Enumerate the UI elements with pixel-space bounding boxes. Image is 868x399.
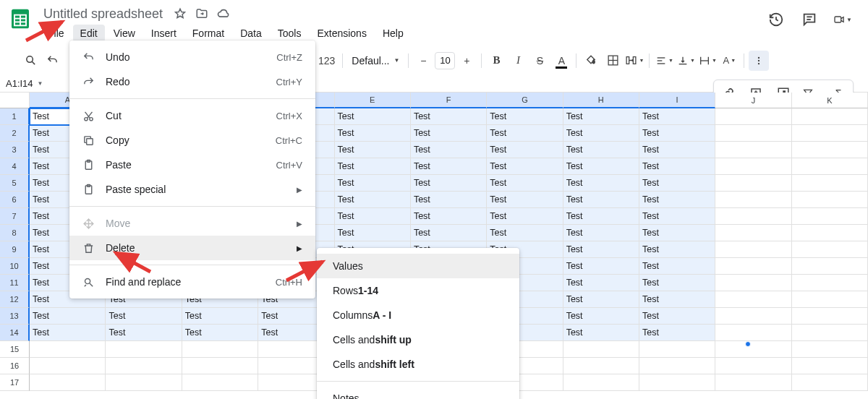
cell[interactable] [563,358,639,374]
row-header[interactable]: 10 [0,258,30,275]
submenu-item-shift-left[interactable]: Cells and shift left [317,352,519,377]
cell[interactable]: Test [563,291,639,308]
cell[interactable]: Test [411,108,487,125]
cell[interactable]: Test [182,308,258,325]
cell[interactable]: Test [639,258,715,275]
menu-extensions[interactable]: Extensions [310,25,373,42]
move-to-folder-icon[interactable] [195,7,209,21]
cell[interactable] [715,258,791,275]
cell[interactable]: Test [563,192,639,208]
cell[interactable]: Test [639,325,715,341]
cell[interactable]: Test [411,142,487,158]
cell[interactable]: Test [639,125,715,142]
column-header[interactable]: F [411,93,487,108]
cell[interactable] [792,225,868,241]
cell[interactable] [639,341,715,358]
cell[interactable]: Test [563,275,639,291]
cell[interactable]: Test [335,175,411,192]
undo-button[interactable] [42,51,62,71]
cell[interactable] [792,192,868,208]
cell[interactable] [715,108,791,125]
menu-data[interactable]: Data [233,25,269,42]
menu-tools[interactable]: Tools [271,25,309,42]
cell[interactable]: Test [563,241,639,258]
cell[interactable] [792,158,868,175]
cell[interactable]: Test [639,208,715,225]
text-color-button[interactable]: A [551,51,571,71]
menu-item-redo[interactable]: Redo Ctrl+Y [69,69,315,94]
cell[interactable]: Test [639,291,715,308]
meet-icon[interactable]: ▼ [833,10,852,29]
column-header[interactable]: E [335,93,411,108]
name-box[interactable]: A1:I14▼ [0,78,46,89]
cell[interactable]: Test [411,192,487,208]
cell[interactable]: Test [411,158,487,175]
selection-handle[interactable] [745,341,751,347]
cell[interactable] [639,374,715,391]
cell[interactable] [106,374,182,391]
cell[interactable] [792,358,868,374]
cell[interactable]: Test [563,308,639,325]
v-align-button[interactable]: ▼ [676,51,696,71]
cell[interactable] [563,374,639,391]
menu-item-undo[interactable]: Undo Ctrl+Z [69,45,315,69]
menu-item-cut[interactable]: Cut Ctrl+X [69,103,315,128]
bold-button[interactable]: B [486,51,506,71]
strikethrough-button[interactable]: S [529,51,550,71]
cell[interactable]: Test [639,108,715,125]
cell[interactable]: Test [639,225,715,241]
menu-view[interactable]: View [106,25,142,42]
menu-format[interactable]: Format [185,25,231,42]
row-header[interactable]: 2 [0,125,30,142]
cell[interactable] [715,374,791,391]
menu-help[interactable]: Help [375,25,411,42]
cell[interactable]: Test [335,225,411,241]
borders-button[interactable] [603,51,623,71]
row-header[interactable]: 5 [0,175,30,192]
cell[interactable]: Test [487,225,563,241]
cell[interactable]: Test [30,308,106,325]
cell[interactable]: Test [563,325,639,341]
cell[interactable]: Test [411,125,487,142]
cell[interactable]: Test [335,108,411,125]
column-header[interactable]: I [639,93,715,108]
row-header[interactable]: 6 [0,192,30,208]
submenu-item-notes[interactable]: Notes [317,386,519,399]
cell[interactable]: Test [182,325,258,341]
cell[interactable] [715,208,791,225]
menu-item-delete[interactable]: Delete ▶ [69,236,315,260]
cell[interactable] [792,341,868,358]
cell[interactable] [182,358,258,374]
cell[interactable] [792,258,868,275]
cell[interactable] [715,358,791,374]
cell[interactable]: Test [639,158,715,175]
cell[interactable]: Test [563,125,639,142]
font-selector[interactable]: Defaul... ▼ [347,55,404,66]
row-header[interactable]: 13 [0,308,30,325]
doc-title[interactable]: Untitled spreadsheet [41,7,166,22]
column-header[interactable]: H [563,93,639,108]
font-size-increase[interactable]: + [456,51,477,71]
row-header[interactable]: 16 [0,358,30,374]
cell[interactable]: Test [487,175,563,192]
cell[interactable]: Test [639,308,715,325]
search-icon[interactable] [20,51,41,71]
cell[interactable]: Test [487,125,563,142]
cell[interactable]: Test [30,325,106,341]
cell[interactable] [715,308,791,325]
cell[interactable] [715,341,791,358]
cell[interactable] [182,374,258,391]
row-header[interactable]: 4 [0,158,30,175]
cell[interactable] [563,341,639,358]
cell[interactable] [792,142,868,158]
cell[interactable]: Test [563,158,639,175]
cell[interactable]: Test [335,158,411,175]
cell[interactable] [106,341,182,358]
row-header[interactable]: 7 [0,208,30,225]
cell[interactable]: Test [563,258,639,275]
h-align-button[interactable]: ▼ [654,51,674,71]
cell[interactable]: Test [639,241,715,258]
cell[interactable] [792,108,868,125]
star-icon[interactable] [173,7,187,21]
menu-item-copy[interactable]: Copy Ctrl+C [69,128,315,153]
